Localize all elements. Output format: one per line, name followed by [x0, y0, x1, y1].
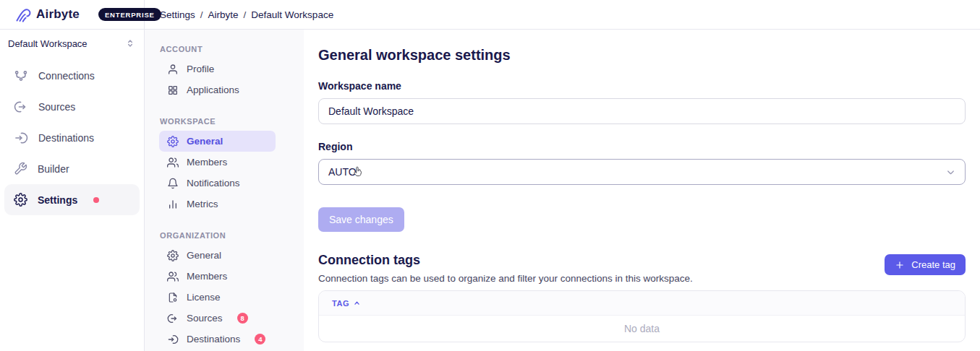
sources-icon: [14, 100, 28, 114]
subnav-item-label: Profile: [187, 64, 214, 74]
no-data-text: No data: [624, 323, 660, 334]
table-empty-row: No data: [319, 316, 965, 342]
subnav-item-org-sources[interactable]: Sources 8: [159, 308, 276, 329]
notification-dot: [93, 197, 99, 203]
subnav-item-workspace-general[interactable]: General: [159, 131, 276, 152]
workspace-name-input[interactable]: [318, 98, 966, 124]
airbyte-app: Airbyte ENTERPRISE Default Workspace Con…: [0, 0, 980, 351]
topbar: Settings / Airbyte / Default Workspace: [145, 0, 980, 30]
subnav-item-org-general[interactable]: General: [159, 245, 276, 266]
connection-tags-title: Connection tags: [318, 253, 693, 268]
section-account: ACCOUNT Profile Applications: [159, 45, 289, 100]
subnav-item-license[interactable]: License: [159, 287, 276, 308]
users-icon: [167, 271, 179, 282]
right-column: Settings / Airbyte / Default Workspace A…: [145, 0, 980, 351]
subnav-item-label: Destinations: [187, 334, 240, 344]
brand-name: Airbyte: [36, 7, 80, 22]
workspace-name-label: Workspace name: [318, 80, 966, 92]
region-label: Region: [318, 141, 966, 152]
sidebar-item-label: Settings: [38, 194, 77, 206]
subnav-item-workspace-members[interactable]: Members: [159, 152, 276, 173]
sidebar-item-destinations[interactable]: Destinations: [4, 122, 140, 153]
sidebar-item-sources[interactable]: Sources: [4, 91, 140, 122]
unfold-chevrons-icon: [125, 38, 135, 48]
save-changes-button[interactable]: Save changes: [318, 207, 404, 232]
connection-tags-description: Connection tags can be used to organize …: [318, 273, 693, 284]
sidebar-item-builder[interactable]: Builder: [4, 153, 140, 184]
brand-row: Airbyte ENTERPRISE: [0, 0, 144, 30]
section-organization: ORGANIZATION General Members License: [159, 231, 289, 350]
main-content: General workspace settings Workspace nam…: [304, 30, 980, 351]
workspace-selector[interactable]: Default Workspace: [0, 30, 144, 57]
breadcrumb-default-workspace[interactable]: Default Workspace: [251, 9, 333, 20]
builder-wrench-icon: [14, 162, 27, 176]
bell-icon: [167, 178, 179, 189]
users-icon: [167, 157, 179, 168]
sources-count-badge: 8: [237, 313, 248, 324]
connection-tags-header: Connection tags Connection tags can be u…: [318, 253, 966, 284]
mouse-pointer-hand-icon: [352, 166, 365, 178]
subnav-item-label: Members: [187, 271, 227, 282]
subnav-item-org-members[interactable]: Members: [159, 266, 276, 287]
sources-icon: [167, 313, 179, 324]
gear-icon: [167, 250, 179, 261]
subnav-item-label: License: [187, 292, 221, 303]
page-title: General workspace settings: [318, 47, 966, 64]
connections-icon: [14, 69, 28, 83]
sidebar-item-label: Builder: [38, 163, 69, 175]
license-icon: [167, 292, 179, 303]
sidebar-item-label: Destinations: [38, 132, 94, 144]
subnav-item-applications[interactable]: Applications: [159, 79, 276, 100]
create-tag-button[interactable]: Create tag: [885, 254, 966, 275]
left-sidebar: Airbyte ENTERPRISE Default Workspace Con…: [0, 0, 145, 351]
chevron-down-icon: [945, 167, 956, 178]
breadcrumb-settings[interactable]: Settings: [160, 9, 195, 20]
destinations-count-badge: 4: [255, 334, 265, 344]
plus-icon: [895, 260, 905, 270]
tag-column-label: TAG: [332, 299, 349, 308]
subnav-item-metrics[interactable]: Metrics: [159, 194, 276, 214]
section-title: ORGANIZATION: [159, 231, 289, 240]
table-header-row: TAG: [319, 291, 965, 316]
airbyte-logo-icon: [14, 6, 31, 23]
destinations-icon: [167, 334, 179, 345]
breadcrumb-separator: /: [200, 9, 203, 20]
section-title: WORKSPACE: [159, 117, 289, 126]
sidebar-item-settings[interactable]: Settings: [4, 184, 140, 215]
tag-column-header[interactable]: TAG: [332, 299, 361, 308]
main-nav: Connections Sources Destinations Builder…: [0, 57, 144, 215]
sidebar-item-label: Sources: [38, 101, 75, 113]
settings-gear-icon: [14, 193, 27, 207]
section-workspace: WORKSPACE General Members Notifications: [159, 117, 289, 214]
sidebar-item-label: Connections: [38, 70, 95, 82]
section-title: ACCOUNT: [159, 45, 289, 53]
breadcrumb-airbyte[interactable]: Airbyte: [208, 9, 239, 20]
sort-caret-up-icon: [353, 299, 361, 307]
settings-subnav: ACCOUNT Profile Applications WORKSPACE G…: [145, 30, 304, 351]
subnav-item-label: General: [187, 136, 223, 147]
subnav-item-label: Members: [187, 157, 227, 168]
airbyte-home-link[interactable]: Airbyte: [14, 6, 80, 23]
workspace-selector-label: Default Workspace: [8, 38, 88, 49]
create-tag-label: Create tag: [911, 259, 955, 270]
subnav-item-label: Metrics: [187, 199, 218, 209]
grid-icon: [167, 84, 179, 96]
sidebar-item-connections[interactable]: Connections: [4, 60, 140, 91]
connection-tags-table: TAG No data: [318, 290, 966, 342]
subnav-item-label: Applications: [187, 84, 239, 95]
subnav-item-label: Notifications: [187, 178, 240, 188]
region-select[interactable]: AUTO: [318, 159, 966, 185]
subnav-item-notifications[interactable]: Notifications: [159, 173, 276, 194]
subnav-item-profile[interactable]: Profile: [159, 58, 276, 79]
destinations-icon: [14, 131, 28, 145]
subnav-item-label: General: [187, 250, 221, 261]
subnav-item-org-destinations[interactable]: Destinations 4: [159, 329, 276, 350]
bar-chart-icon: [167, 199, 179, 210]
content-row: ACCOUNT Profile Applications WORKSPACE G…: [145, 30, 980, 351]
connection-tags-text: Connection tags Connection tags can be u…: [318, 253, 693, 284]
gear-icon: [167, 136, 179, 147]
breadcrumb: Settings / Airbyte / Default Workspace: [160, 9, 333, 20]
user-icon: [167, 64, 179, 75]
breadcrumb-separator: /: [244, 9, 247, 20]
subnav-item-label: Sources: [187, 313, 223, 324]
